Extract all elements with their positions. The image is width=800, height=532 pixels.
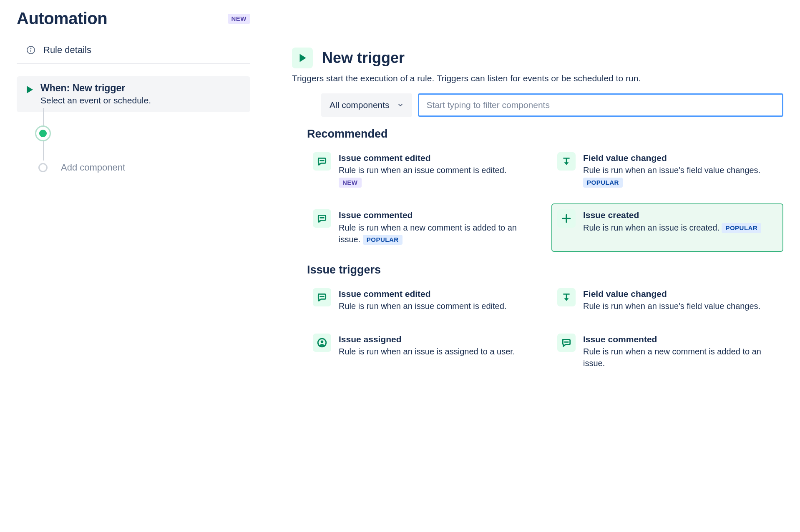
comment-icon — [557, 334, 576, 352]
active-step-node — [35, 125, 51, 141]
trigger-card[interactable]: Issue comment editedRule is run when an … — [307, 146, 539, 194]
trigger-card[interactable]: Issue commentedRule is run when a new co… — [551, 328, 783, 376]
comment-icon — [313, 209, 331, 228]
page-new-badge: NEW — [228, 14, 251, 24]
trigger-step-subtitle: Select an event or schedule. — [40, 95, 151, 105]
recommended-grid: Issue comment editedRule is run when an … — [307, 146, 783, 252]
trigger-card-title: Issue comment edited — [339, 152, 531, 163]
rule-details-label: Rule details — [43, 45, 91, 55]
field-icon — [557, 152, 576, 171]
issue-triggers-grid: Issue comment editedRule is run when an … — [307, 282, 783, 376]
component-filter-select[interactable]: All components — [321, 93, 412, 117]
trigger-card[interactable]: Field value changedRule is run when an i… — [551, 282, 783, 319]
popular-badge: POPULAR — [363, 235, 403, 245]
new-badge: NEW — [339, 178, 362, 188]
add-component-button[interactable]: Add component — [61, 162, 125, 173]
info-icon — [26, 45, 36, 55]
person-icon — [313, 334, 331, 352]
trigger-card-title: Field value changed — [583, 288, 760, 299]
trigger-card-title: Issue created — [583, 209, 761, 221]
group-title-recommended: Recommended — [307, 128, 783, 141]
popular-badge: POPULAR — [583, 178, 623, 188]
trigger-card-title: Field value changed — [583, 152, 776, 163]
trigger-card[interactable]: Issue comment editedRule is run when an … — [307, 282, 539, 319]
trigger-card-title: Issue commented — [583, 334, 776, 345]
trigger-card[interactable]: Issue assignedRule is run when an issue … — [307, 328, 539, 376]
page-title: Automation — [17, 9, 107, 28]
trigger-card[interactable]: Issue commentedRule is run when a new co… — [307, 203, 539, 251]
trigger-step-card[interactable]: When: New trigger Select an event or sch… — [17, 76, 250, 112]
field-icon — [557, 288, 576, 306]
chevron-down-icon — [397, 102, 404, 108]
trigger-panel-description: Triggers start the execution of a rule. … — [292, 73, 783, 83]
plus-icon — [557, 209, 576, 228]
group-title-issue-triggers: Issue triggers — [307, 263, 783, 276]
trigger-card-title: Issue assigned — [339, 334, 515, 345]
rule-steps: When: New trigger Select an event or sch… — [17, 64, 250, 176]
idle-step-node — [38, 163, 48, 172]
component-search-input[interactable] — [418, 93, 783, 117]
trigger-step-title: When: New trigger — [40, 82, 151, 95]
component-filter-label: All components — [330, 100, 390, 110]
trigger-card-title: Issue commented — [339, 209, 531, 221]
comment-icon — [313, 288, 331, 306]
trigger-panel-title: New trigger — [322, 49, 405, 67]
trigger-panel-header: New trigger — [292, 48, 783, 68]
popular-badge: POPULAR — [722, 223, 761, 233]
trigger-card-title: Issue comment edited — [339, 288, 506, 299]
play-icon — [27, 86, 33, 93]
trigger-card[interactable]: Issue createdRule is run when an issue i… — [551, 203, 783, 251]
trigger-card[interactable]: Field value changedRule is run when an i… — [551, 146, 783, 194]
play-icon — [292, 48, 313, 68]
rule-details-link[interactable]: Rule details — [17, 37, 250, 64]
page-header: Automation NEW — [17, 9, 250, 28]
comment-icon — [313, 152, 331, 171]
